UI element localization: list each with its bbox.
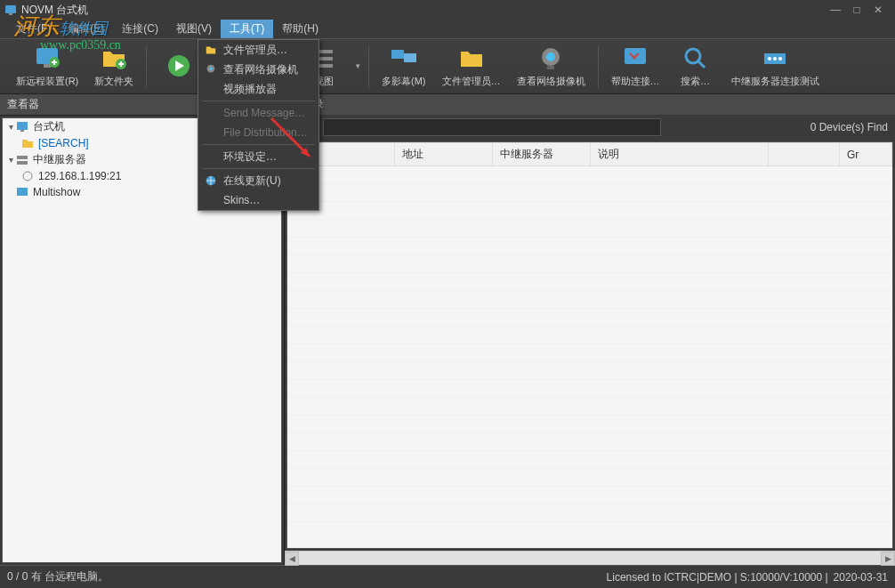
- tree-label: 中继服务器: [33, 152, 86, 167]
- dm-video-player[interactable]: 视频播放器: [198, 79, 318, 99]
- table-row[interactable]: [288, 344, 892, 362]
- svg-point-29: [209, 67, 213, 70]
- status-date: 2020-03-31: [834, 571, 888, 584]
- table-row[interactable]: [288, 220, 892, 238]
- menu-file[interactable]: 文件(F): [7, 20, 60, 38]
- table-row[interactable]: [288, 326, 892, 344]
- camera-icon: [536, 44, 565, 73]
- tools-icon: [621, 44, 649, 73]
- menu-separator: [202, 144, 315, 145]
- col-header-address[interactable]: 地址: [395, 143, 493, 166]
- dm-label: File Distribution…: [223, 126, 308, 139]
- tb-label: 搜索…: [681, 75, 710, 88]
- device-table: 地址 中继服务器 说明 Gr: [287, 142, 892, 522]
- folder-icon: [204, 43, 218, 57]
- menu-view[interactable]: 视图(V): [167, 20, 221, 38]
- svg-point-17: [686, 49, 700, 63]
- folder-plus-icon: [100, 44, 128, 73]
- tools-dropdown-menu: 文件管理员… 查看网络摄像机 视频播放器 Send Message… File …: [198, 39, 319, 211]
- table-header-row: 地址 中继服务器 说明 Gr: [288, 143, 892, 166]
- status-left: 0 / 0 有 台远程电脑。: [7, 569, 109, 584]
- tree-label: [SEARCH]: [38, 137, 89, 149]
- webcam-button[interactable]: 查看网络摄像机: [510, 43, 593, 90]
- table-row[interactable]: [288, 380, 892, 398]
- table-row[interactable]: [288, 202, 892, 220]
- dm-skins[interactable]: Skins…: [198, 190, 318, 210]
- table-row[interactable]: [288, 433, 892, 451]
- relay-test-button[interactable]: 中继服务器连接测试: [724, 43, 826, 90]
- app-icon: [4, 3, 18, 17]
- folder-icon: [20, 136, 35, 150]
- col-header-description[interactable]: 说明: [591, 143, 769, 166]
- svg-rect-15: [547, 66, 554, 69]
- menu-connect[interactable]: 连接(C): [113, 20, 167, 38]
- maximize-button[interactable]: □: [851, 4, 863, 16]
- col-header-group[interactable]: Gr: [840, 143, 892, 166]
- tree-label: 129.168.1.199:21: [38, 170, 121, 182]
- new-remote-device-button[interactable]: 新远程装置(R): [9, 43, 85, 90]
- dm-send-message: Send Message…: [198, 103, 318, 123]
- svg-rect-11: [391, 50, 404, 59]
- monitor-icon: [15, 185, 29, 199]
- close-button[interactable]: ✕: [872, 4, 884, 16]
- server-icon: [15, 153, 29, 167]
- menu-separator: [202, 168, 315, 169]
- table-row[interactable]: [288, 291, 892, 309]
- blank-icon: [204, 125, 218, 140]
- node-icon: [20, 169, 35, 183]
- scroll-right-arrow-icon[interactable]: ▶: [881, 552, 895, 566]
- toolbar-separator: [146, 45, 147, 88]
- magnifier-icon: [681, 44, 710, 73]
- new-folder-button[interactable]: 新文件夹: [87, 43, 141, 90]
- svg-rect-24: [17, 156, 28, 159]
- scroll-left-arrow-icon[interactable]: ◀: [285, 552, 299, 566]
- tree-label: 台式机: [33, 119, 65, 134]
- tb-label: 查看网络摄像机: [517, 75, 585, 88]
- minimize-button[interactable]: —: [829, 4, 842, 16]
- table-row[interactable]: [288, 273, 892, 291]
- dm-online-update[interactable]: 在线更新(U): [198, 171, 318, 190]
- blank-icon: [204, 82, 218, 96]
- table-row[interactable]: [288, 398, 892, 415]
- col-header-relay[interactable]: 中继服务器: [493, 143, 591, 166]
- toolbar: 新远程装置(R) 新文件夹 ▼ ▼ 视图 ▼ 多影幕(M) 文件管理员… 查看网…: [0, 39, 895, 94]
- menu-separator: [202, 101, 315, 101]
- blank-icon: [204, 149, 218, 164]
- table-row[interactable]: [288, 504, 892, 522]
- search-button[interactable]: 搜索…: [669, 43, 722, 90]
- multiscreen-button[interactable]: 多影幕(M): [375, 43, 433, 90]
- table-row[interactable]: [288, 255, 892, 273]
- svg-rect-0: [5, 5, 16, 13]
- file-manager-button[interactable]: 文件管理员…: [435, 43, 508, 90]
- menu-tools[interactable]: 工具(T): [221, 20, 273, 38]
- globe-icon: [204, 173, 218, 188]
- right-panel: 置目录 arch: 0 Device(s) Find 地址 中继服务器 说明 G…: [285, 94, 895, 565]
- table-row[interactable]: [288, 184, 892, 202]
- search-input[interactable]: [323, 118, 661, 136]
- tree-label: Multishow: [33, 186, 80, 198]
- table-row[interactable]: [288, 166, 892, 184]
- table-row[interactable]: [288, 362, 892, 380]
- menu-edit[interactable]: 编辑(E): [60, 20, 113, 38]
- table-row[interactable]: [288, 238, 892, 255]
- menu-bar: 文件(F) 编辑(E) 连接(C) 视图(V) 工具(T) 帮助(H): [0, 20, 895, 39]
- svg-point-26: [23, 172, 32, 181]
- title-bar: NOVM 台式机 — □ ✕: [0, 0, 895, 20]
- menu-help[interactable]: 帮助(H): [273, 20, 327, 38]
- dm-webcam[interactable]: 查看网络摄像机: [198, 60, 318, 79]
- col-header[interactable]: [769, 143, 840, 166]
- help-connect-button[interactable]: 帮助连接…: [604, 43, 667, 90]
- table-row[interactable]: [288, 469, 892, 487]
- dm-label: Send Message…: [223, 107, 305, 119]
- toolbar-separator: [368, 45, 369, 88]
- monitor-plus-icon: [33, 44, 61, 73]
- dm-preferences[interactable]: 环境设定…: [198, 147, 318, 166]
- table-row[interactable]: [288, 309, 892, 326]
- horizontal-scrollbar[interactable]: ◀ ▶: [285, 551, 895, 565]
- table-row[interactable]: [288, 415, 892, 433]
- table-row[interactable]: [288, 451, 892, 469]
- dm-file-manager[interactable]: 文件管理员…: [198, 40, 318, 60]
- table-row[interactable]: [288, 487, 892, 504]
- dropdown-arrow-icon[interactable]: ▼: [352, 62, 363, 70]
- svg-point-14: [546, 52, 555, 61]
